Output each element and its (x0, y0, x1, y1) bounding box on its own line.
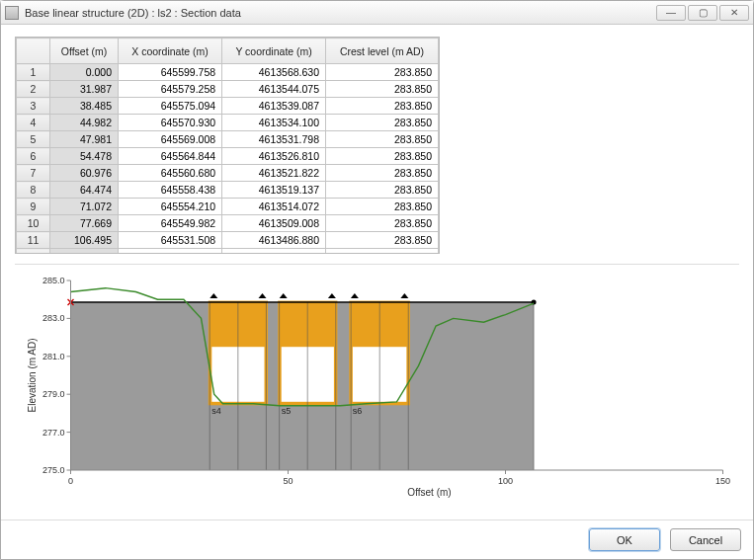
cell-x[interactable]: 645579.258 (119, 81, 222, 98)
svg-text:279.0: 279.0 (42, 389, 65, 399)
close-button[interactable]: ✕ (719, 5, 749, 21)
table-new-row[interactable]: * (17, 249, 439, 255)
col-crest[interactable]: Crest level (m AD) (326, 39, 439, 64)
cell-y[interactable]: 4613526.810 (222, 148, 326, 165)
new-row-marker: * (17, 249, 50, 255)
cell-x[interactable]: 645599.758 (119, 64, 222, 81)
cell-y[interactable]: 4613486.880 (222, 232, 326, 249)
cell-offset[interactable]: 54.478 (50, 148, 119, 165)
cell-offset[interactable]: 47.981 (50, 131, 119, 148)
svg-text:285.0: 285.0 (42, 276, 65, 285)
cell-crest[interactable]: 283.850 (326, 182, 439, 199)
cell-x[interactable]: 645575.094 (119, 98, 222, 115)
cell-x[interactable]: 645554.210 (119, 199, 222, 215)
cell-offset[interactable]: 106.495 (50, 232, 119, 249)
cell-crest[interactable]: 283.850 (326, 148, 439, 165)
row-index: 4 (17, 115, 50, 131)
row-index: 6 (17, 148, 50, 165)
cell-crest[interactable]: 283.850 (326, 81, 439, 98)
chart-svg: s4s5s6275.0277.0279.0281.0283.0285.00501… (15, 273, 739, 500)
cell-y[interactable]: 4613514.072 (222, 199, 326, 215)
svg-text:283.0: 283.0 (42, 313, 65, 323)
table-row[interactable]: 654.478645564.8444613526.810283.850 (17, 148, 439, 165)
row-index: 8 (17, 182, 50, 199)
col-offset[interactable]: Offset (m) (50, 39, 119, 64)
cell-x[interactable]: 645560.680 (119, 165, 222, 182)
cell-y[interactable]: 4613531.798 (222, 131, 326, 148)
col-xcoord[interactable]: X coordinate (m) (119, 39, 222, 64)
cell-x[interactable]: 645570.930 (119, 115, 222, 131)
table-row[interactable]: 864.474645558.4384613519.137283.850 (17, 182, 439, 199)
ok-button[interactable]: OK (589, 528, 660, 551)
cell-x[interactable]: 645531.508 (119, 232, 222, 249)
cell-y[interactable]: 4613509.008 (222, 215, 326, 232)
cell-y[interactable]: 4613544.075 (222, 81, 326, 98)
svg-text:s4: s4 (211, 406, 221, 416)
titlebar[interactable]: Base linear structure (2D) : ls2 : Secti… (1, 1, 753, 25)
col-ycoord[interactable]: Y coordinate (m) (222, 39, 326, 64)
cell-crest[interactable]: 283.850 (326, 199, 439, 215)
cell-offset[interactable]: 77.669 (50, 215, 119, 232)
svg-text:Offset (m): Offset (m) (407, 487, 451, 498)
cell-y[interactable]: 4613568.630 (222, 64, 326, 81)
cell-y[interactable]: 4613521.822 (222, 165, 326, 182)
row-index: 5 (17, 131, 50, 148)
row-index: 2 (17, 81, 50, 98)
row-index: 1 (17, 64, 50, 81)
cell-offset[interactable]: 71.072 (50, 199, 119, 215)
row-index: 7 (17, 165, 50, 182)
window-title: Base linear structure (2D) : ls2 : Secti… (25, 7, 656, 19)
cell-offset[interactable]: 64.474 (50, 182, 119, 199)
table-row[interactable]: 760.976645560.6804613521.822283.850 (17, 165, 439, 182)
svg-text:281.0: 281.0 (42, 352, 65, 361)
dialog-window: Base linear structure (2D) : ls2 : Secti… (0, 0, 754, 560)
cell-x[interactable]: 645564.844 (119, 148, 222, 165)
table-row[interactable]: 444.982645570.9304613534.100283.850 (17, 115, 439, 131)
minimize-button[interactable]: — (656, 5, 686, 21)
row-index: 9 (17, 199, 50, 215)
svg-text:50: 50 (283, 476, 293, 486)
data-grid[interactable]: Offset (m) X coordinate (m) Y coordinate… (16, 38, 439, 254)
cell-offset[interactable]: 38.485 (50, 98, 119, 115)
window-controls: — ▢ ✕ (656, 5, 749, 21)
table-row[interactable]: 10.000645599.7584613568.630283.850 (17, 64, 439, 81)
cell-y[interactable]: 4613539.087 (222, 98, 326, 115)
cell-crest[interactable]: 283.850 (326, 64, 439, 81)
cell-x[interactable]: 645569.008 (119, 131, 222, 148)
cell-offset[interactable]: 60.976 (50, 165, 119, 182)
svg-text:s6: s6 (353, 406, 363, 416)
table-row[interactable]: 11106.495645531.5084613486.880283.850 (17, 232, 439, 249)
cell-y[interactable]: 4613519.137 (222, 182, 326, 199)
cell-y[interactable]: 4613534.100 (222, 115, 326, 131)
svg-text:275.0: 275.0 (42, 465, 65, 475)
maximize-button[interactable]: ▢ (688, 5, 717, 21)
cell-offset[interactable]: 0.000 (50, 64, 119, 81)
cell-crest[interactable]: 283.850 (326, 215, 439, 232)
row-index: 10 (17, 215, 50, 232)
cell-offset[interactable]: 44.982 (50, 115, 119, 131)
cell-x[interactable]: 645558.438 (119, 182, 222, 199)
dialog-content: Offset (m) X coordinate (m) Y coordinate… (1, 25, 753, 520)
svg-text:277.0: 277.0 (42, 428, 65, 438)
section-table[interactable]: Offset (m) X coordinate (m) Y coordinate… (15, 37, 440, 254)
dialog-footer: OK Cancel (1, 520, 753, 559)
table-row[interactable]: 231.987645579.2584613544.075283.850 (17, 81, 439, 98)
table-row[interactable]: 1077.669645549.9824613509.008283.850 (17, 215, 439, 232)
cancel-button[interactable]: Cancel (670, 528, 741, 551)
table-row[interactable]: 338.485645575.0944613539.087283.850 (17, 98, 439, 115)
table-row[interactable]: 547.981645569.0084613531.798283.850 (17, 131, 439, 148)
cell-crest[interactable]: 283.850 (326, 98, 439, 115)
cell-crest[interactable]: 283.850 (326, 115, 439, 131)
cell-crest[interactable]: 283.850 (326, 131, 439, 148)
app-icon (5, 6, 19, 20)
cell-x[interactable]: 645549.982 (119, 215, 222, 232)
cell-crest[interactable]: 283.850 (326, 232, 439, 249)
svg-text:100: 100 (498, 476, 513, 486)
cell-crest[interactable]: 283.850 (326, 165, 439, 182)
svg-text:s5: s5 (282, 406, 292, 416)
section-chart: s4s5s6275.0277.0279.0281.0283.0285.00501… (15, 264, 739, 510)
cell-offset[interactable]: 31.987 (50, 81, 119, 98)
svg-text:Elevation (m AD): Elevation (m AD) (27, 338, 38, 412)
row-index: 3 (17, 98, 50, 115)
table-row[interactable]: 971.072645554.2104613514.072283.850 (17, 199, 439, 215)
